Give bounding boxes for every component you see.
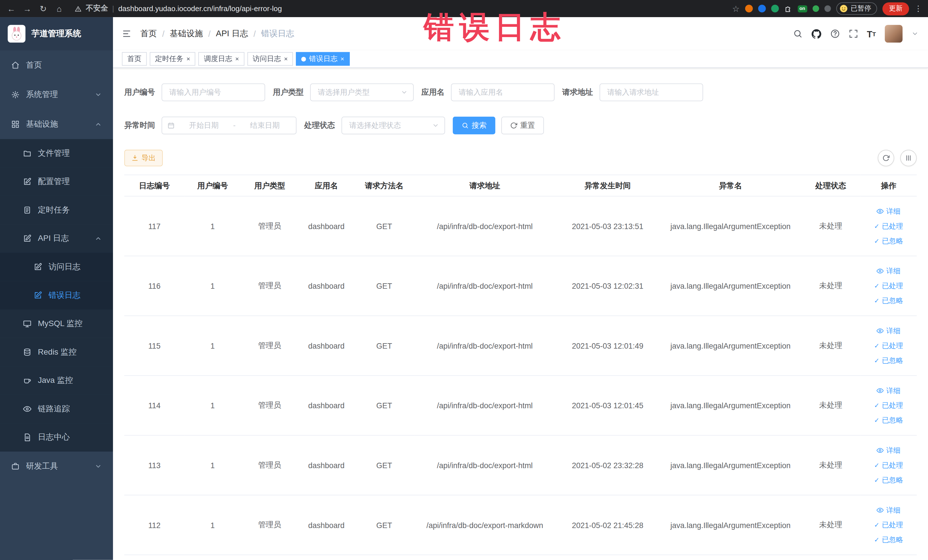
extension-on-badge[interactable]: on xyxy=(798,5,807,12)
sidebar-item-config-manage[interactable]: 配置管理 xyxy=(0,168,113,196)
extension-icon[interactable] xyxy=(771,5,779,12)
column-header: 请求方法名 xyxy=(354,175,414,196)
cell-app-name: dashboard xyxy=(299,196,354,256)
address-bar[interactable]: 不安全 | dashboard.yudao.iocoder.cn/infra/l… xyxy=(75,3,727,14)
mark-processed-link[interactable]: ✓ 已处理 xyxy=(860,338,917,353)
request-url-input[interactable] xyxy=(600,84,703,101)
detail-link-label: 详细 xyxy=(886,266,901,276)
breadcrumb-item[interactable]: 首页 xyxy=(140,29,157,39)
tab-access-log[interactable]: 访问日志× xyxy=(247,52,293,66)
reload-icon[interactable]: ↻ xyxy=(38,4,49,13)
back-icon[interactable]: ← xyxy=(6,4,17,13)
sidebar-item-redis-monitor[interactable]: Redis 监控 xyxy=(0,338,113,366)
extension-icon[interactable] xyxy=(758,5,766,12)
cell-exception-time: 2021-05-02 23:32:28 xyxy=(556,435,660,495)
sidebar-item-error-log[interactable]: 错误日志 xyxy=(0,281,113,310)
mark-ignored-link[interactable]: ✓ 已忽略 xyxy=(860,413,917,428)
exception-time-range-picker[interactable]: 开始日期 - 结束日期 xyxy=(162,117,296,134)
logo[interactable]: 芋道管理系统 xyxy=(0,17,113,50)
tab-scheduled-task[interactable]: 定时任务× xyxy=(150,52,196,66)
cell-process-status: 未处理 xyxy=(801,196,860,256)
cell-request-url: /api/infra/db-doc/export-html xyxy=(414,196,555,256)
fullscreen-icon[interactable] xyxy=(849,29,858,38)
tab-label: 访问日志 xyxy=(253,54,281,64)
extension-icon[interactable] xyxy=(824,5,831,12)
mark-ignored-link[interactable]: ✓ 已忽略 xyxy=(860,473,917,488)
sidebar-item-file-manage[interactable]: 文件管理 xyxy=(0,139,113,168)
sidebar-item-dev-tools[interactable]: 研发工具 xyxy=(0,452,113,481)
user-id-input[interactable] xyxy=(162,84,265,101)
ignored-link-label: 已忽略 xyxy=(882,296,903,305)
check-icon: ✓ xyxy=(874,297,879,304)
tab-dispatch-log[interactable]: 调度日志× xyxy=(198,52,244,66)
detail-link[interactable]: 详细 xyxy=(860,383,917,398)
detail-link[interactable]: 详细 xyxy=(860,323,917,338)
sidebar-item-log-center[interactable]: 日志中心 xyxy=(0,423,113,452)
detail-link[interactable]: 详细 xyxy=(860,443,917,458)
tab-label: 首页 xyxy=(127,54,142,64)
browser-menu-icon[interactable]: ⋮ xyxy=(914,4,922,13)
update-button[interactable]: 更新 xyxy=(882,2,909,15)
sidebar-item-java-monitor[interactable]: Java 监控 xyxy=(0,366,113,395)
check-icon: ✓ xyxy=(874,536,879,544)
edit-square-icon xyxy=(34,263,42,271)
browser-home-icon[interactable]: ⌂ xyxy=(54,4,64,13)
sidebar-item-trace[interactable]: 链路追踪 xyxy=(0,395,113,423)
user-type-select[interactable]: 请选择用户类型 xyxy=(310,84,414,101)
extension-icon[interactable] xyxy=(812,5,819,12)
font-size-icon[interactable]: TT xyxy=(867,29,876,39)
mark-processed-link[interactable]: ✓ 已处理 xyxy=(860,219,917,233)
detail-link[interactable]: 详细 xyxy=(860,503,917,517)
forward-icon[interactable]: → xyxy=(22,4,32,13)
profile-paused-chip[interactable]: 已暂停 xyxy=(836,2,877,15)
sidebar-item-scheduled-task[interactable]: 定时任务 xyxy=(0,196,113,224)
hamburger-icon[interactable] xyxy=(113,29,140,38)
cell-request-url: /api/infra/db-doc/export-markdown xyxy=(414,495,555,555)
search-button[interactable]: 搜索 xyxy=(453,117,495,134)
sidebar-item-home[interactable]: 首页 xyxy=(0,50,113,80)
sidebar-item-api-log[interactable]: API 日志 xyxy=(0,224,113,253)
user-avatar[interactable] xyxy=(885,25,903,43)
mark-ignored-link[interactable]: ✓ 已忽略 xyxy=(860,233,917,248)
search-icon[interactable] xyxy=(793,29,802,38)
reset-button[interactable]: 重置 xyxy=(501,117,544,134)
sidebar-item-access-log[interactable]: 访问日志 xyxy=(0,253,113,281)
bookmark-star-icon[interactable]: ☆ xyxy=(732,4,740,13)
mark-processed-link[interactable]: ✓ 已处理 xyxy=(860,458,917,473)
close-icon[interactable]: × xyxy=(284,56,288,62)
puzzle-icon[interactable] xyxy=(784,5,792,13)
breadcrumb-item[interactable]: API 日志 xyxy=(216,29,248,39)
mark-ignored-link[interactable]: ✓ 已忽略 xyxy=(860,533,917,547)
url-text[interactable]: dashboard.yudao.iocoder.cn/infra/log/api… xyxy=(118,5,282,13)
check-icon: ✓ xyxy=(874,222,879,230)
breadcrumb-item[interactable]: 基础设施 xyxy=(170,29,203,39)
avatar-caret-icon[interactable] xyxy=(911,30,919,37)
mark-processed-link[interactable]: ✓ 已处理 xyxy=(860,278,917,293)
close-icon[interactable]: × xyxy=(340,56,344,62)
tab-error-log[interactable]: 错误日志× xyxy=(296,52,350,66)
help-icon[interactable] xyxy=(830,29,839,38)
mark-ignored-link[interactable]: ✓ 已忽略 xyxy=(860,353,917,368)
process-status-select[interactable]: 请选择处理状态 xyxy=(342,117,445,134)
mark-processed-link[interactable]: ✓ 已处理 xyxy=(860,398,917,413)
mark-ignored-link[interactable]: ✓ 已忽略 xyxy=(860,293,917,308)
github-icon[interactable] xyxy=(811,29,821,39)
tab-home[interactable]: 首页 xyxy=(122,52,147,66)
sidebar-item-label: Java 监控 xyxy=(38,375,73,386)
security-label[interactable]: 不安全 xyxy=(86,3,108,14)
column-header: 请求地址 xyxy=(414,175,555,196)
cell-request-url: /api/infra/db-doc/export-html xyxy=(414,316,555,376)
close-icon[interactable]: × xyxy=(235,56,239,62)
sidebar-item-system[interactable]: 系统管理 xyxy=(0,80,113,110)
app-name-input[interactable] xyxy=(451,84,554,101)
detail-link[interactable]: 详细 xyxy=(860,264,917,278)
mark-processed-link[interactable]: ✓ 已处理 xyxy=(860,517,917,533)
detail-link[interactable]: 详细 xyxy=(860,204,917,219)
extension-icon[interactable] xyxy=(745,5,752,12)
column-setting-button[interactable] xyxy=(900,150,917,166)
refresh-button[interactable] xyxy=(878,150,894,166)
export-button[interactable]: 导出 xyxy=(124,150,163,166)
sidebar-item-mysql-monitor[interactable]: MySQL 监控 xyxy=(0,310,113,338)
close-icon[interactable]: × xyxy=(186,56,190,62)
sidebar-item-infrastructure[interactable]: 基础设施 xyxy=(0,110,113,139)
